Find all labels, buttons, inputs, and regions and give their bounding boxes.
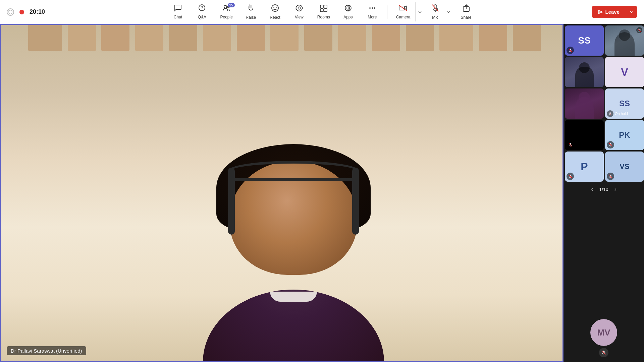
raise-icon: [247, 4, 255, 14]
svg-rect-8: [320, 5, 323, 8]
more-button[interactable]: More: [362, 2, 383, 21]
top-bar: 20:10 Chat ? Q&A 95: [0, 0, 644, 24]
raise-button[interactable]: Raise: [240, 2, 262, 22]
thumbnail-panel: SS: [564, 24, 644, 362]
react-icon: [271, 4, 279, 14]
self-avatar: MV: [590, 319, 617, 346]
apps-button[interactable]: Apps: [337, 2, 359, 21]
record-indicator: [19, 10, 24, 14]
share-label: Share: [461, 15, 472, 20]
apps-label: Apps: [343, 15, 353, 19]
prev-page-arrow[interactable]: ‹: [589, 185, 595, 193]
leave-dropdown-arrow[interactable]: [626, 8, 637, 16]
leave-button[interactable]: Leave: [592, 6, 637, 18]
p5-video: [565, 88, 604, 119]
camera-off-icon: [399, 4, 408, 14]
p4-avatar: V: [605, 57, 644, 87]
camera-button[interactable]: Camera: [391, 2, 415, 21]
chat-icon: [174, 4, 182, 14]
people-badge: 95: [228, 3, 235, 7]
mic-off-icon: [432, 4, 439, 14]
p3-video: [565, 57, 604, 87]
thumb-p10: VS: [605, 152, 644, 182]
shield-icon: [7, 8, 14, 16]
thumb-row-3: SS On hold: [565, 88, 643, 119]
svg-point-16: [372, 7, 373, 9]
more-icon: [368, 4, 376, 14]
svg-rect-10: [320, 9, 323, 12]
onhold-mic-icon: [607, 110, 613, 117]
svg-point-17: [374, 7, 375, 9]
topbar-left: 20:10: [7, 8, 74, 16]
mic-button[interactable]: Mic: [427, 2, 444, 22]
page-indicator: 1/10: [599, 187, 608, 192]
svg-point-15: [369, 7, 371, 9]
p2-cam-badge: [636, 27, 642, 33]
thumb-p2: [605, 25, 644, 56]
main-content: Dr Pallavi Saraswat (Unverified) SS: [0, 24, 644, 362]
thumb-p4: V: [605, 57, 644, 87]
thumb-p6: SS On hold: [605, 88, 644, 119]
topbar-center: Chat ? Q&A 95 People: [74, 2, 570, 22]
view-icon: [295, 4, 303, 14]
thumb-p3: [565, 57, 604, 87]
speaker-name-label: Dr Pallavi Saraswat (Unverified): [7, 346, 86, 355]
thumb-row-5: P VS: [565, 152, 643, 182]
leave-main: Leave: [592, 6, 626, 18]
qa-icon: ?: [198, 4, 206, 14]
share-icon: [463, 4, 470, 14]
thumb-p1: SS: [565, 25, 604, 56]
view-label: View: [295, 15, 304, 19]
next-page-arrow[interactable]: ›: [612, 185, 619, 193]
p10-mic-badge: [607, 173, 614, 180]
rooms-button[interactable]: Rooms: [313, 2, 335, 21]
main-video-placeholder: [0, 24, 564, 362]
view-button[interactable]: View: [288, 2, 310, 21]
svg-point-4: [272, 5, 278, 11]
svg-line-21: [432, 5, 438, 11]
people-button[interactable]: 95 People: [215, 2, 237, 21]
main-speaker: [176, 134, 411, 362]
thumb-p7: [565, 120, 604, 150]
onhold-text: On hold: [615, 112, 628, 116]
mic-dropdown-arrow[interactable]: [444, 2, 453, 22]
apps-icon: [344, 4, 352, 14]
react-button[interactable]: React: [264, 2, 286, 22]
meeting-timer: 20:10: [30, 8, 45, 15]
qa-label: Q&A: [198, 15, 206, 19]
chat-button[interactable]: Chat: [167, 2, 189, 21]
svg-rect-9: [324, 5, 327, 8]
rooms-label: Rooms: [317, 15, 330, 19]
thumb-row-4: PK: [565, 120, 643, 150]
svg-point-6: [276, 7, 276, 8]
mic-button-group: Mic: [427, 2, 453, 22]
p9-mic-badge: [567, 173, 574, 180]
svg-rect-11: [324, 9, 327, 12]
p1-mic-badge: [567, 47, 574, 54]
divider: [387, 5, 387, 19]
react-label: React: [270, 15, 280, 20]
people-label: People: [220, 15, 232, 19]
p7-mic-badge: [567, 141, 574, 148]
share-button[interactable]: Share: [455, 2, 477, 22]
camera-button-group: Camera: [391, 2, 424, 21]
self-mic-badge: [599, 348, 608, 357]
mic-label: Mic: [432, 15, 438, 20]
thumb-p9: P: [565, 152, 604, 182]
rooms-icon: [320, 4, 328, 14]
svg-point-2: [224, 5, 227, 8]
p6-onhold: On hold: [607, 110, 628, 117]
thumbnail-pagination: ‹ 1/10 ›: [565, 183, 643, 195]
more-label: More: [368, 15, 377, 19]
p8-mic-badge: [607, 141, 614, 148]
thumb-p5: [565, 88, 604, 119]
camera-label: Camera: [396, 15, 411, 19]
thumb-p8: PK: [605, 120, 644, 150]
thumb-row-1: SS: [565, 25, 643, 56]
qa-button[interactable]: ? Q&A: [191, 2, 213, 21]
smile-overlay: [176, 272, 411, 305]
camera-dropdown-arrow[interactable]: [415, 2, 424, 21]
self-view: MV: [565, 197, 643, 361]
topbar-right: Leave: [570, 6, 637, 18]
main-video-area: Dr Pallavi Saraswat (Unverified): [0, 24, 564, 362]
